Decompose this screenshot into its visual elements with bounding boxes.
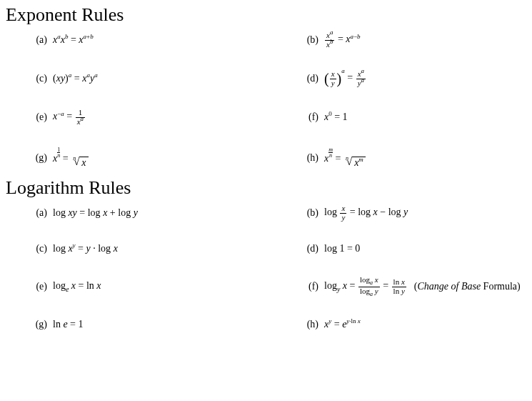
log-row-ab: (a) log xy = log x + log y (b) log xy = … — [27, 204, 532, 222]
log-item-e: (e) loge x = ln x — [27, 280, 298, 293]
item-label: (g) — [27, 152, 47, 164]
item-label: (b) — [298, 34, 318, 46]
log-formula-c: log xy = y · log x — [53, 243, 118, 254]
item-label: (f) — [298, 112, 318, 123]
exponent-item-e: (e) x−a = 1xa — [27, 109, 298, 126]
exponent-row-ef: (e) x−a = 1xa (f) x0 = 1 — [27, 109, 532, 126]
exponent-formula-f: x0 = 1 — [324, 112, 348, 123]
exponent-row-cd: (c) (xy)a = xaya (d) (xy)a = xaya — [27, 70, 532, 87]
log-item-g: (g) ln e = 1 — [27, 319, 298, 330]
log-formula-f: logy x = loga xloga y = ln xln y — [324, 276, 407, 297]
exponent-formula-d: (xy)a = xaya — [324, 70, 366, 87]
log-row-cd: (c) log xy = y · log x (d) log 1 = 0 — [27, 243, 532, 254]
log-item-a: (a) log xy = log x + log y — [27, 207, 298, 219]
exponent-formula-c: (xy)a = xaya — [53, 73, 98, 84]
exponent-row-gh: (g) x1n = n√x (h) xmn = n√xm — [27, 147, 532, 169]
item-label: (e) — [27, 112, 47, 123]
exponent-formula-h: xmn = n√xm — [324, 147, 366, 169]
item-label: (d) — [298, 243, 318, 254]
exponent-item-b: (b) xaxb = xa−b — [298, 31, 532, 49]
log-item-c: (c) log xy = y · log x — [27, 243, 298, 254]
exponent-formula-a: xaxb = xa+b — [53, 34, 94, 46]
log-item-h: (h) xy = ey·ln x — [298, 319, 532, 330]
item-label: (d) — [298, 73, 318, 84]
log-row-ef: (e) loge x = ln x (f) logy x = loga xlog… — [27, 276, 532, 297]
exponent-rules-list: (a) xaxb = xa+b (b) xaxb = xa−b (c) (xy)… — [6, 31, 532, 169]
log-row-gh: (g) ln e = 1 (h) xy = ey·ln x — [27, 319, 532, 330]
log-formula-e: loge x = ln x — [53, 280, 101, 293]
item-label: (f) — [298, 281, 318, 292]
exponent-formula-e: x−a = 1xa — [53, 109, 86, 126]
exponent-rules-title: Exponent Rules — [6, 4, 532, 26]
exponent-rules-section: Exponent Rules (a) xaxb = xa+b (b) xaxb … — [6, 4, 532, 169]
exponent-item-g: (g) x1n = n√x — [27, 147, 298, 169]
log-formula-g: ln e = 1 — [53, 319, 84, 330]
log-formula-a: log xy = log x + log y — [53, 207, 138, 219]
exponent-item-f: (f) x0 = 1 — [298, 112, 532, 123]
exponent-item-h: (h) xmn = n√xm — [298, 147, 532, 169]
log-item-b: (b) log xy = log x − log y — [298, 204, 532, 222]
item-label: (a) — [27, 207, 47, 219]
exponent-row-ab: (a) xaxb = xa+b (b) xaxb = xa−b — [27, 31, 532, 49]
log-formula-d: log 1 = 0 — [324, 243, 360, 254]
item-label: (e) — [27, 281, 47, 292]
logarithm-rules-list: (a) log xy = log x + log y (b) log xy = … — [6, 204, 532, 330]
item-label: (c) — [27, 73, 47, 84]
log-formula-h: xy = ey·ln x — [324, 319, 361, 330]
log-item-f: (f) logy x = loga xloga y = ln xln y (Ch… — [298, 276, 532, 297]
change-of-base-note: (Change of Base Formula) — [414, 281, 521, 292]
item-label: (c) — [27, 243, 47, 254]
item-label: (a) — [27, 34, 47, 46]
logarithm-rules-section: Logarithm Rules (a) log xy = log x + log… — [6, 177, 532, 330]
log-formula-b: log xy = log x − log y — [324, 204, 408, 222]
item-label: (b) — [298, 207, 318, 219]
exponent-item-d: (d) (xy)a = xaya — [298, 70, 532, 87]
item-label: (h) — [298, 319, 318, 330]
item-label: (g) — [27, 319, 47, 330]
item-label: (h) — [298, 152, 318, 164]
exponent-item-a: (a) xaxb = xa+b — [27, 34, 298, 46]
log-item-d: (d) log 1 = 0 — [298, 243, 532, 254]
exponent-item-c: (c) (xy)a = xaya — [27, 73, 298, 84]
exponent-formula-g: x1n = n√x — [53, 147, 89, 169]
logarithm-rules-title: Logarithm Rules — [6, 177, 532, 199]
exponent-formula-b: xaxb = xa−b — [324, 31, 361, 49]
